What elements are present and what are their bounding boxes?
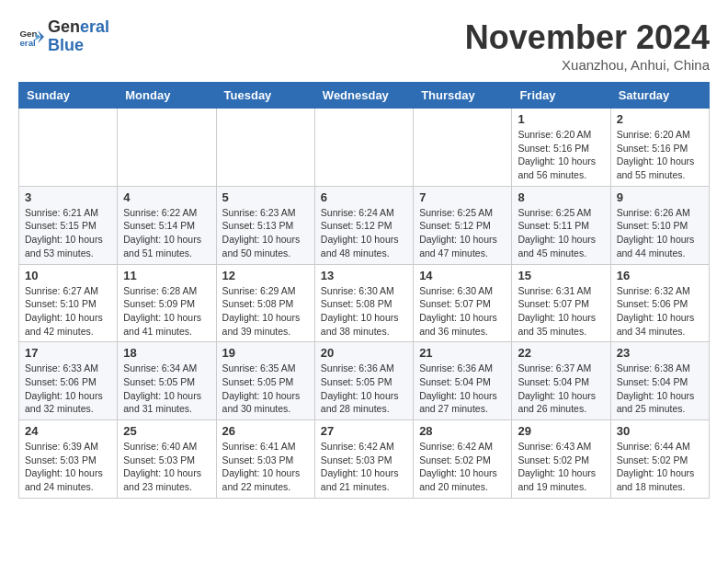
calendar-cell: 2Sunrise: 6:20 AM Sunset: 5:16 PM Daylig…	[610, 109, 709, 187]
calendar-cell: 27Sunrise: 6:42 AM Sunset: 5:03 PM Dayli…	[314, 420, 413, 499]
calendar-cell: 3Sunrise: 6:21 AM Sunset: 5:15 PM Daylig…	[19, 186, 118, 264]
day-number: 29	[518, 424, 604, 438]
calendar-cell: 12Sunrise: 6:29 AM Sunset: 5:08 PM Dayli…	[216, 264, 314, 342]
day-number: 21	[419, 346, 506, 360]
day-info: Sunrise: 6:36 AM Sunset: 5:04 PM Dayligh…	[419, 362, 506, 416]
calendar-cell: 28Sunrise: 6:42 AM Sunset: 5:02 PM Dayli…	[414, 420, 512, 499]
weekday-header: Thursday	[414, 83, 512, 109]
day-info: Sunrise: 6:39 AM Sunset: 5:03 PM Dayligh…	[25, 440, 111, 494]
calendar-cell: 25Sunrise: 6:40 AM Sunset: 5:03 PM Dayli…	[118, 420, 216, 499]
calendar-cell: 8Sunrise: 6:25 AM Sunset: 5:11 PM Daylig…	[512, 186, 610, 264]
month-title: November 2024	[465, 18, 710, 57]
day-number: 27	[321, 424, 407, 438]
calendar-header-row: SundayMondayTuesdayWednesdayThursdayFrid…	[19, 83, 710, 109]
day-number: 19	[222, 346, 309, 360]
calendar-cell: 23Sunrise: 6:38 AM Sunset: 5:04 PM Dayli…	[610, 342, 709, 420]
logo: Gen eral General Blue	[18, 18, 109, 55]
calendar-week-row: 3Sunrise: 6:21 AM Sunset: 5:15 PM Daylig…	[19, 186, 710, 264]
day-number: 13	[321, 269, 407, 282]
calendar-cell: 11Sunrise: 6:28 AM Sunset: 5:09 PM Dayli…	[118, 264, 216, 342]
calendar-cell: 13Sunrise: 6:30 AM Sunset: 5:08 PM Dayli…	[314, 264, 413, 342]
weekday-header: Sunday	[19, 83, 118, 109]
day-number: 1	[518, 112, 604, 126]
day-number: 25	[123, 424, 210, 438]
day-number: 6	[321, 190, 407, 204]
day-info: Sunrise: 6:25 AM Sunset: 5:11 PM Dayligh…	[518, 206, 604, 260]
location-subtitle: Xuanzhou, Anhui, China	[465, 57, 710, 73]
day-info: Sunrise: 6:22 AM Sunset: 5:14 PM Dayligh…	[123, 206, 210, 260]
calendar-cell	[314, 109, 413, 187]
calendar-cell: 24Sunrise: 6:39 AM Sunset: 5:03 PM Dayli…	[19, 420, 118, 499]
title-block: November 2024 Xuanzhou, Anhui, China	[465, 18, 710, 73]
calendar-cell	[216, 109, 314, 187]
day-info: Sunrise: 6:41 AM Sunset: 5:03 PM Dayligh…	[222, 440, 309, 494]
day-info: Sunrise: 6:40 AM Sunset: 5:03 PM Dayligh…	[123, 440, 210, 494]
calendar-cell: 20Sunrise: 6:36 AM Sunset: 5:05 PM Dayli…	[314, 342, 413, 420]
calendar-cell	[414, 109, 512, 187]
day-info: Sunrise: 6:33 AM Sunset: 5:06 PM Dayligh…	[25, 362, 111, 416]
day-info: Sunrise: 6:42 AM Sunset: 5:03 PM Dayligh…	[321, 440, 407, 494]
weekday-header: Monday	[118, 83, 216, 109]
calendar-cell	[118, 109, 216, 187]
weekday-header: Tuesday	[216, 83, 314, 109]
logo-text: General Blue	[48, 18, 109, 55]
calendar-cell: 9Sunrise: 6:26 AM Sunset: 5:10 PM Daylig…	[610, 186, 709, 264]
calendar-cell: 6Sunrise: 6:24 AM Sunset: 5:12 PM Daylig…	[314, 186, 413, 264]
day-info: Sunrise: 6:34 AM Sunset: 5:05 PM Dayligh…	[123, 362, 210, 416]
calendar-week-row: 1Sunrise: 6:20 AM Sunset: 5:16 PM Daylig…	[19, 109, 710, 187]
calendar-cell	[19, 109, 118, 187]
day-info: Sunrise: 6:36 AM Sunset: 5:05 PM Dayligh…	[321, 362, 407, 416]
day-number: 9	[617, 190, 703, 204]
calendar-cell: 1Sunrise: 6:20 AM Sunset: 5:16 PM Daylig…	[512, 109, 610, 187]
calendar-table: SundayMondayTuesdayWednesdayThursdayFrid…	[18, 82, 710, 499]
day-number: 7	[419, 190, 506, 204]
day-info: Sunrise: 6:44 AM Sunset: 5:02 PM Dayligh…	[617, 440, 703, 494]
calendar-week-row: 17Sunrise: 6:33 AM Sunset: 5:06 PM Dayli…	[19, 342, 710, 420]
day-info: Sunrise: 6:24 AM Sunset: 5:12 PM Dayligh…	[321, 206, 407, 260]
calendar-week-row: 10Sunrise: 6:27 AM Sunset: 5:10 PM Dayli…	[19, 264, 710, 342]
day-number: 11	[123, 269, 210, 282]
day-info: Sunrise: 6:30 AM Sunset: 5:08 PM Dayligh…	[321, 284, 407, 339]
logo-icon: Gen eral	[18, 24, 44, 50]
calendar-cell: 14Sunrise: 6:30 AM Sunset: 5:07 PM Dayli…	[414, 264, 512, 342]
day-number: 8	[518, 190, 604, 204]
day-number: 2	[617, 112, 703, 126]
day-number: 4	[123, 190, 210, 204]
calendar-cell: 19Sunrise: 6:35 AM Sunset: 5:05 PM Dayli…	[216, 342, 314, 420]
day-info: Sunrise: 6:20 AM Sunset: 5:16 PM Dayligh…	[617, 128, 703, 182]
day-info: Sunrise: 6:32 AM Sunset: 5:06 PM Dayligh…	[617, 284, 703, 339]
day-info: Sunrise: 6:35 AM Sunset: 5:05 PM Dayligh…	[222, 362, 309, 416]
day-info: Sunrise: 6:37 AM Sunset: 5:04 PM Dayligh…	[518, 362, 604, 416]
day-number: 30	[617, 424, 703, 438]
calendar-cell: 21Sunrise: 6:36 AM Sunset: 5:04 PM Dayli…	[414, 342, 512, 420]
day-info: Sunrise: 6:29 AM Sunset: 5:08 PM Dayligh…	[222, 284, 309, 339]
day-number: 17	[25, 346, 111, 360]
calendar-cell: 30Sunrise: 6:44 AM Sunset: 5:02 PM Dayli…	[610, 420, 709, 499]
day-info: Sunrise: 6:21 AM Sunset: 5:15 PM Dayligh…	[25, 206, 111, 260]
calendar-cell: 7Sunrise: 6:25 AM Sunset: 5:12 PM Daylig…	[414, 186, 512, 264]
calendar-cell: 5Sunrise: 6:23 AM Sunset: 5:13 PM Daylig…	[216, 186, 314, 264]
svg-text:eral: eral	[19, 38, 36, 48]
day-number: 28	[419, 424, 506, 438]
calendar-cell: 18Sunrise: 6:34 AM Sunset: 5:05 PM Dayli…	[118, 342, 216, 420]
calendar-cell: 10Sunrise: 6:27 AM Sunset: 5:10 PM Dayli…	[19, 264, 118, 342]
calendar-cell: 22Sunrise: 6:37 AM Sunset: 5:04 PM Dayli…	[512, 342, 610, 420]
weekday-header: Saturday	[610, 83, 709, 109]
day-number: 12	[222, 269, 309, 282]
day-number: 20	[321, 346, 407, 360]
weekday-header: Wednesday	[314, 83, 413, 109]
weekday-header: Friday	[512, 83, 610, 109]
day-number: 3	[25, 190, 111, 204]
day-info: Sunrise: 6:23 AM Sunset: 5:13 PM Dayligh…	[222, 206, 309, 260]
day-info: Sunrise: 6:38 AM Sunset: 5:04 PM Dayligh…	[617, 362, 703, 416]
day-info: Sunrise: 6:30 AM Sunset: 5:07 PM Dayligh…	[419, 284, 506, 339]
day-number: 5	[222, 190, 309, 204]
day-number: 26	[222, 424, 309, 438]
calendar-cell: 26Sunrise: 6:41 AM Sunset: 5:03 PM Dayli…	[216, 420, 314, 499]
day-number: 14	[419, 269, 506, 282]
day-number: 23	[617, 346, 703, 360]
day-number: 15	[518, 269, 604, 282]
day-info: Sunrise: 6:27 AM Sunset: 5:10 PM Dayligh…	[25, 284, 111, 339]
day-number: 16	[617, 269, 703, 282]
day-info: Sunrise: 6:43 AM Sunset: 5:02 PM Dayligh…	[518, 440, 604, 494]
